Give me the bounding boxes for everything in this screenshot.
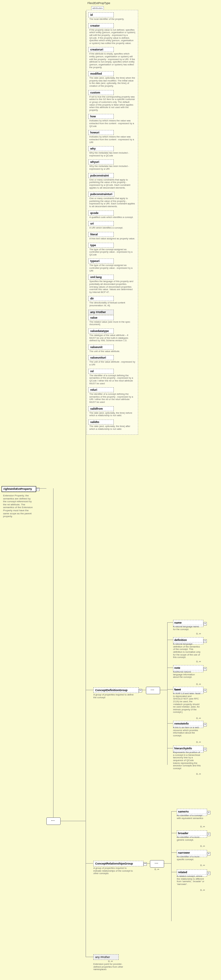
attribute-item: pubconstraintOne or many constraints tha… [88,173,136,191]
expand-icon[interactable]: + [207,872,210,875]
attribute-desc: A free-text value assigned as property v… [88,237,136,242]
attribute-desc: The directionality of textual content (e… [88,301,136,309]
attribute-desc: The unit of the value attribute - expres… [88,360,136,368]
expand-icon[interactable]: + [207,852,210,856]
attribute-desc: A URI which identifies a concept. [88,226,136,231]
attribute-name: valueunit [88,345,114,350]
attribute-desc: The identifier of a concept defining the… [88,374,136,387]
attribute-desc: The date (and, optionally, the time) whe… [88,76,136,89]
attribute-desc: If the attribute is empty, specifies whi… [88,52,136,71]
attribute-desc: If the property value is not defined, sp… [88,28,136,47]
attribute-item: creatorIf the property value is not defi… [88,23,136,47]
attribute-desc: Indicates by which means the value was e… [88,135,136,146]
attribute-item: literalA free-text value assigned as pro… [88,232,136,242]
attribute-item: creatoruriIf the attribute is empty, spe… [88,47,136,71]
attribute-name: pubconstrainturi [88,192,114,197]
attribute-item: valueunituriThe unit of the value attrib… [88,355,136,368]
cdg-desc: A group of properites required to define… [93,694,135,699]
attribute-name: custom [88,90,114,95]
attribute-desc: One or many constraints that apply to pu… [88,178,136,191]
expand-icon[interactable]: + [204,667,207,671]
crg-desc: A group of properites required to indica… [93,867,135,875]
attribute-name: validto [88,420,114,425]
collapse-icon[interactable]: − [139,689,142,692]
attributes-container: idThe local identifier of the property.c… [87,10,138,435]
attribute-desc: The type of the concept assigned as cont… [88,264,136,274]
attribute-desc: The identifier of a concept defining the… [88,392,136,406]
attribute-desc: Specifies the language of this property … [88,280,136,295]
attribute-name: xml:lang [88,275,114,280]
attribute-item: modifiedThe date (and, optionally, the t… [88,71,136,89]
concept-definition-group: ConceptDefinitionGroup − [93,687,139,693]
attribute-desc: The date (and, optionally, the time) aft… [88,425,136,432]
root-name: rightsInfoExtProperty [2,487,36,492]
attribute-item: typeThe type of the concept assigned as … [88,243,136,258]
attribute-item: reluriThe identifier of a concept defini… [88,387,136,406]
expand-icon[interactable]: + [204,689,207,692]
attribute-desc: Why the metadata has been included - exp… [88,164,136,172]
expand-icon[interactable]: + [204,622,207,625]
expand-icon[interactable]: + [204,748,207,751]
attribute-desc: Indicates by which means the value was e… [88,119,136,129]
attribute-name: value [88,315,114,320]
attribute-desc: One or many constraints that apply to pu… [88,197,136,210]
attribute-name: creator [88,23,114,28]
attribute-desc: The unit of the value attribute. [88,350,136,355]
attribute-item: any ##other [88,310,136,315]
attribute-item: dirThe directionality of textual content… [88,296,136,309]
attribute-item: howuriIndicates by which means the value… [88,130,136,146]
attribute-name: valueunituri [88,355,114,360]
attribute-item: howIndicates by which means the value wa… [88,114,136,129]
attribute-desc: Why the metadata has been included - exp… [88,151,136,159]
attribute-item: whyWhy the metadata has been included - … [88,146,136,159]
attribute-name: howuri [88,130,114,135]
attribute-desc: If set to true the corresponding propert… [88,95,136,114]
expand-icon[interactable]: + [204,640,207,643]
attribute-name: creatoruri [88,47,114,52]
attribute-name: rel [88,369,114,374]
attribute-name: type [88,243,114,248]
attribute-any: any ##other [88,310,114,315]
expand-icon[interactable]: + [207,811,210,815]
attribute-name: validfrom [88,406,114,411]
attribute-desc: The local identifier of the property. [88,18,136,22]
attribute-item: idThe local identifier of the property. [88,13,136,22]
attribute-name: qcode [88,210,114,215]
attribute-name: valuedatatype [88,329,114,334]
expand-icon[interactable]: + [207,833,210,836]
attribute-item: typeuriThe type of the concept assigned … [88,259,136,274]
attribute-name: typeuri [88,259,114,264]
attribute-item: valueThe related value (see more in the … [88,315,136,328]
any-other-element: any ##other [93,954,119,960]
attribute-item: xml:langSpecifies the language of this p… [88,275,136,295]
attribute-name: uri [88,221,114,226]
attribute-item: validtoThe date (and, optionally, the ti… [88,420,136,432]
attribute-name: reluri [88,387,114,392]
attribute-item: customIf set to true the corresponding p… [88,90,136,114]
concept-relationships-group: ConceptRelationshipsGroup − [93,861,144,866]
attribute-desc: The datatype of the value attribute – it… [88,334,136,344]
root-element: rightsInfoExtProperty − [2,486,36,492]
attribute-desc: The date (and, optionally, the time) bef… [88,411,136,419]
attribute-name: pubconstraint [88,173,114,178]
collapse-icon[interactable]: − [144,862,147,866]
attribute-item: relThe identifier of a concept defining … [88,369,136,387]
attribute-desc: The type of the concept assigned as cont… [88,248,136,258]
attribute-name: how [88,114,114,119]
attribute-item: valuedatatypeThe datatype of the value a… [88,329,136,344]
attribute-name: literal [88,232,114,237]
attribute-item: valueunitThe unit of the value attribute… [88,345,136,355]
expand-icon[interactable]: + [204,723,207,726]
attribute-desc: A qualified code which identifies a conc… [88,215,136,221]
sequence-connector [146,687,160,694]
attribute-item: uriA URI which identifies a concept. [88,221,136,231]
type-label: Flex2ExtPropType [87,2,110,5]
root-desc: Extension Property; the semantics are de… [2,493,36,519]
attribute-name: id [88,13,114,18]
attribute-name: modified [88,71,114,76]
attribute-name: dir [88,296,114,301]
attribute-item: whyuriWhy the metadata has been included… [88,159,136,172]
attribute-name: whyuri [88,159,114,164]
attribute-item: validfromThe date (and, optionally, the … [88,406,136,419]
sequence-connector [46,818,61,825]
